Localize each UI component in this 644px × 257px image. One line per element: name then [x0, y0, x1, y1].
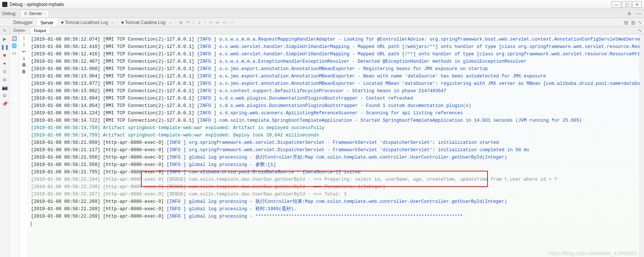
- log-line: [2019-01-08 09:56:12.416] [RMI TCP Conne…: [31, 51, 642, 58]
- hide-button[interactable]: —: [636, 11, 642, 17]
- log-line: [2019-01-08 09:56:13.977] [RMI TCP Conne…: [31, 80, 642, 87]
- deploy-gutter: 🔄 🌐 ▭: [10, 34, 19, 257]
- log-line: [2019-01-08 09:56:14.722] [RMI TCP Conne…: [31, 117, 642, 124]
- camera-icon[interactable]: 📷: [2, 84, 8, 90]
- log-line: [2019-01-08 09:56:22.269] [http-apr-8080…: [31, 213, 642, 220]
- log-line: [2019-01-08 09:56:14.224] [RMI TCP Conne…: [31, 110, 642, 117]
- watermark: https://blog.csdn.net/weixin_41846320: [549, 250, 637, 257]
- update-icon[interactable]: 🔄: [11, 36, 17, 41]
- scroll-to-end-icon[interactable]: ⤓: [22, 56, 26, 61]
- log-line: [2019-01-08 09:56:22.269] [http-apr-8080…: [31, 205, 642, 213]
- subtab-deploy[interactable]: Deplo▸: [10, 27, 30, 34]
- log-line: [2019-01-08 09:56:14,759] Artifact sprin…: [31, 124, 642, 132]
- log-line: [2019-01-08 09:56:21.755] [http-apr-8080…: [31, 169, 642, 176]
- print-icon[interactable]: 🖶: [22, 62, 26, 67]
- console-toolbar-icons: ≣ ↷ ↓ ⇣ ↑ ⤺ ↦ ▭ ⋯: [175, 20, 238, 25]
- restore-icon[interactable]: ⤡: [638, 20, 642, 25]
- open-browser-icon[interactable]: 🌐: [11, 43, 17, 48]
- more-icon[interactable]: ⋯: [230, 20, 234, 25]
- log-line: [2019-01-08 09:56:12.416] [RMI TCP Conne…: [31, 43, 642, 51]
- tab-tomcat-catalina-log[interactable]: Tomcat Catalina Log→•: [118, 19, 175, 26]
- step-into-icon[interactable]: ↓: [192, 20, 194, 25]
- main-panel: ▶ ❚❚ ■ ● ⊘ ≣ 📷 ⚙ 📌 🔄 🌐 ▭ ↥ ↧ ↩ ⤓ 🖶 🗑 [20…: [0, 34, 644, 257]
- tab-tomcat-localhost-log[interactable]: Tomcat Localhost Log→•: [58, 19, 118, 26]
- console-gutter: ↥ ↧ ↩ ⤓ 🖶 🗑: [19, 34, 29, 257]
- window-title: Debug - springboot-mybatis: [10, 2, 612, 7]
- subtab-output[interactable]: Output: [30, 28, 50, 34]
- log-line: [2019-01-08 09:56:12.467] [RMI TCP Conne…: [31, 58, 642, 65]
- log-line: [2019-01-08 09:56:21.117] [http-apr-8080…: [31, 146, 642, 154]
- vertical-scrollbar[interactable]: [640, 34, 644, 257]
- log-line: [2019-01-08 09:56:21.059] [http-apr-8080…: [31, 139, 642, 146]
- log-line: [2019-01-08 09:56:14.054] [RMI TCP Conne…: [31, 102, 642, 110]
- mute-bp-icon[interactable]: ⊘: [2, 68, 8, 74]
- log-line: [2019-01-08 09:56:13.992] [RMI TCP Conne…: [31, 87, 642, 95]
- pause-icon[interactable]: ❚❚: [2, 44, 8, 50]
- soft-wrap-icon[interactable]: ↩: [22, 49, 26, 54]
- log-line: [2019-01-08 09:56:13.960] [RMI TCP Conne…: [31, 65, 642, 73]
- rerun-gutter: ↻: [0, 27, 10, 34]
- get-thread-dump-icon[interactable]: ≣: [2, 76, 8, 82]
- artifact-icon[interactable]: ▭: [12, 51, 16, 56]
- eval-icon[interactable]: ▭: [223, 20, 227, 25]
- clear-all-icon[interactable]: 🗑: [22, 69, 26, 74]
- rerun-icon[interactable]: ↻: [3, 28, 7, 33]
- log-line: [2019-01-08 09:56:21.558] [http-apr-8080…: [31, 161, 642, 169]
- subtabs-row: ↻ Deplo▸ Output ⤡: [0, 27, 644, 34]
- server-label: Server: [29, 11, 42, 16]
- settings2-icon[interactable]: ⚙: [2, 93, 8, 98]
- subrow-restore-icon[interactable]: ⤡: [638, 28, 644, 33]
- close-button[interactable]: ✕: [632, 1, 642, 8]
- pin-icon[interactable]: 📌: [2, 101, 8, 107]
- tab-debugger[interactable]: Debugger: [10, 19, 37, 26]
- layout-icon[interactable]: ▤: [624, 20, 628, 25]
- log-line: [2019-01-08 09:56:21.556] [http-apr-8080…: [31, 154, 642, 161]
- step-out-icon[interactable]: ↑: [204, 20, 206, 25]
- gear-icon: ⚙: [24, 11, 28, 16]
- window-titlebar: Debug - springboot-mybatis — ▢ ✕: [0, 0, 644, 9]
- close-icon[interactable]: ×: [44, 12, 46, 16]
- tab-server[interactable]: Server: [37, 18, 58, 27]
- log-line: [2019-01-08 09:56:22.239] [http-apr-8080…: [31, 183, 642, 191]
- settings-button[interactable]: ⚙: [626, 11, 632, 17]
- console-output[interactable]: [2019-01-08 09:56:12.074] [RMI TCP Conne…: [29, 34, 644, 257]
- minimize-button[interactable]: —: [612, 1, 621, 8]
- run-to-cursor-icon[interactable]: ↦: [216, 20, 220, 25]
- app-icon: [2, 2, 7, 7]
- resume-icon[interactable]: ▶: [2, 36, 8, 42]
- run-gutter: ▶ ❚❚ ■ ● ⊘ ≣ 📷 ⚙ 📌: [0, 34, 10, 257]
- log-line: [2019-01-08 09:56:14,759] Artifact sprin…: [31, 132, 642, 139]
- console-tabs: Debugger Server Tomcat Localhost Log→• T…: [0, 18, 644, 27]
- log-line: [2019-01-08 09:56:12.074] [RMI TCP Conne…: [31, 36, 642, 43]
- drop-frame-icon[interactable]: ⤺: [209, 20, 213, 25]
- server-config-tab[interactable]: ⚙ Server ×: [20, 10, 49, 17]
- log-line: [2019-01-08 09:56:13.964] [RMI TCP Conne…: [31, 73, 642, 80]
- debug-label: Debug:: [2, 11, 17, 16]
- log-line: [2019-01-08 09:56:22.184] [http-apr-8080…: [31, 176, 642, 183]
- scroll-end-icon[interactable]: ↧: [22, 42, 26, 48]
- columns-icon[interactable]: ▥: [631, 20, 635, 25]
- step-over-icon[interactable]: ↷: [186, 20, 189, 25]
- breakpoints-icon[interactable]: ●: [2, 60, 8, 66]
- log-line: [2019-01-08 09:56:22.269] [http-apr-8080…: [31, 198, 642, 205]
- log-line: [2019-01-08 09:56:22.267] [http-apr-8080…: [31, 191, 642, 198]
- maximize-button[interactable]: ▢: [622, 1, 631, 8]
- force-step-into-icon[interactable]: ⇣: [197, 20, 201, 25]
- stop-icon[interactable]: ■: [2, 52, 8, 58]
- scroll-start-icon[interactable]: ↥: [22, 36, 26, 41]
- threads-icon[interactable]: ≣: [179, 20, 183, 25]
- log-line: [2019-01-08 09:56:13.994] [RMI TCP Conne…: [31, 95, 642, 102]
- debug-toolbar: Debug: ⚙ Server × ⚙ —: [0, 9, 644, 18]
